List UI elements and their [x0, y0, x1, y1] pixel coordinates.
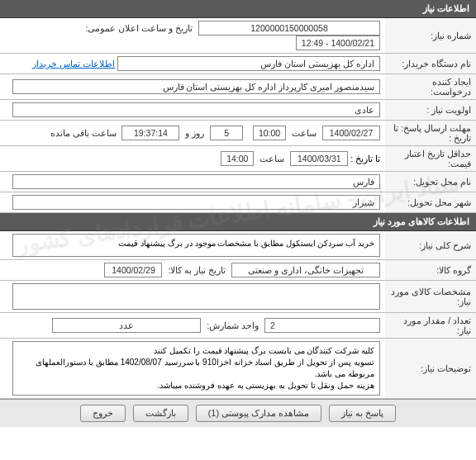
label-spec: مشخصات کالای مورد نیاز: [385, 281, 476, 313]
cell-buyer: اداره کل بهزیستی استان فارس اطلاعات تماس… [0, 54, 385, 74]
cell-general-desc: خرید آب سردکن ایستکول مطابق با مشخصات مو… [0, 231, 385, 260]
priority-value: عادی [12, 102, 380, 117]
deadline-time-value: 10:00 [253, 126, 286, 140]
action-bar: پاسخ به نیاز مشاهده مدارک پیوستی (1) باز… [0, 399, 476, 427]
cell-requester: سیدمنصور امیری کارپرداز اداره کل بهزیستی… [0, 74, 385, 100]
label-deadline: مهلت ارسال پاسخ: تا تاریخ : [385, 121, 476, 146]
section-need-info-header: اطلاعات نیاز [0, 0, 476, 18]
cell-priority: عادی [0, 100, 385, 121]
label-delivery-state: نام محل تحویل: [385, 172, 476, 192]
label-min-validity: حداقل تاریخ اعتبار قیمت: [385, 146, 476, 172]
buyer-contact-link[interactable]: اطلاعات تماس خریدار [32, 59, 115, 69]
min-validity-date-value: 1400/03/31 [290, 151, 348, 166]
label-requester: ایجاد کننده درخواست: [385, 74, 476, 100]
label-qty: تعداد / مقدار مورد نیاز: [385, 313, 476, 339]
label-delivery-city: شهر محل تحویل: [385, 192, 476, 213]
label-time-2: ساعت [259, 154, 284, 164]
group-value: تجهیزات خانگی، اداری و صنعتی [231, 263, 380, 277]
cell-delivery-city: شیراز [0, 192, 385, 213]
cell-notes: کلیه شرکت کنندگان می بایست برگ پیشنهاد ق… [0, 339, 385, 399]
remaining-time-value: 19:37:14 [121, 126, 179, 140]
label-buyer: نام دستگاه خریدار: [385, 54, 476, 74]
buyer-value: اداره کل بهزیستی استان فارس [117, 56, 380, 71]
need-number-value: 1200000150000058 [198, 21, 380, 36]
label-to-date-2: تا تاریخ : [350, 154, 380, 164]
label-notes: توضیحات نیاز: [385, 339, 476, 399]
need-info-table: شماره نیاز: 1200000150000058 تاریخ و ساع… [0, 18, 476, 213]
view-attachments-button[interactable]: مشاهده مدارک پیوستی (1) [196, 405, 322, 422]
label-need-by: تاریخ نیاز به کالا: [168, 265, 226, 275]
return-button[interactable]: بازگشت [133, 405, 188, 422]
notes-value: کلیه شرکت کنندگان می بایست برگ پیشنهاد ق… [12, 341, 380, 396]
qty-value: 2 [264, 318, 380, 333]
cell-delivery-state: فارس [0, 172, 385, 192]
cell-spec [0, 281, 385, 313]
label-remaining: ساعت باقی مانده [50, 128, 117, 138]
label-time-1: ساعت [292, 128, 317, 138]
need-by-value: 1400/02/29 [104, 263, 162, 277]
cell-group: تجهیزات خانگی، اداری و صنعتی تاریخ نیاز … [0, 260, 385, 281]
cell-min-validity: تا تاریخ : 1400/03/31 ساعت 14:00 [0, 146, 385, 172]
exit-button[interactable]: خروج [80, 405, 126, 422]
respond-button[interactable]: پاسخ به نیاز [329, 405, 396, 422]
min-validity-time-value: 14:00 [221, 151, 254, 166]
delivery-city-value: شیراز [12, 195, 380, 210]
remaining-days-value: 5 [210, 126, 243, 140]
requester-value: سیدمنصور امیری کارپرداز اداره کل بهزیستی… [12, 79, 380, 94]
cell-qty: 2 واحد شمارش: عدد [0, 313, 385, 339]
label-need-number: شماره نیاز: [385, 18, 476, 54]
label-group: گروه کالا: [385, 260, 476, 281]
cell-need-number: 1200000150000058 تاریخ و ساعت اعلان عموم… [0, 18, 385, 54]
delivery-state-value: فارس [12, 174, 380, 189]
label-day-and: روز و [185, 128, 204, 138]
label-unit: واحد شمارش: [207, 320, 259, 330]
cell-deadline: 1400/02/27 ساعت 10:00 5 روز و 19:37:14 س… [0, 121, 385, 146]
general-desc-value: خرید آب سردکن ایستکول مطابق با مشخصات مو… [12, 234, 380, 257]
spec-value [12, 283, 380, 310]
section-goods-info-header: اطلاعات کالاهای مورد نیاز [0, 213, 476, 231]
label-general-desc: شرح کلی نیاز: [385, 231, 476, 260]
label-priority: اولویت نیاز : [385, 100, 476, 121]
deadline-date-value: 1400/02/27 [322, 126, 380, 140]
unit-value: عدد [52, 318, 201, 333]
goods-info-table: شرح کلی نیاز: خرید آب سردکن ایستکول مطاب… [0, 231, 476, 399]
public-datetime-value: 1400/02/21 - 12:49 [296, 36, 380, 50]
label-public-datetime: تاریخ و ساعت اعلان عمومی: [85, 23, 193, 33]
